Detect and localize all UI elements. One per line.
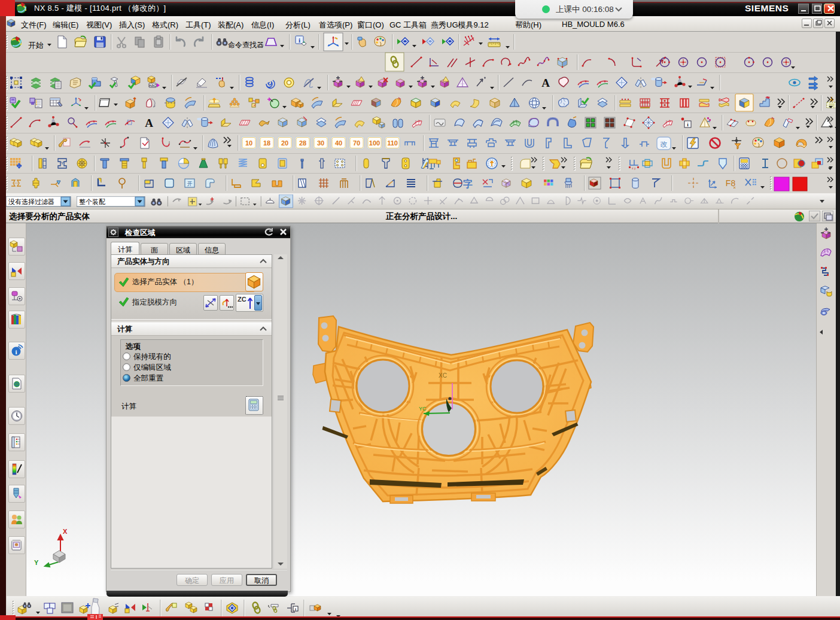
svg-text:X: X — [63, 528, 68, 535]
svg-text:70: 70 — [353, 139, 360, 147]
svg-text:110: 110 — [387, 139, 398, 147]
svg-text:整个装配: 整个装配 — [79, 198, 105, 205]
svg-text:改: 改 — [661, 140, 668, 148]
svg-text:开始: 开始 — [28, 41, 44, 50]
svg-text:i: i — [15, 348, 17, 355]
svg-text:x y: x y — [632, 166, 636, 170]
svg-text:字: 字 — [463, 178, 473, 189]
svg-text:A: A — [541, 77, 550, 89]
svg-text:ABC: ABC — [149, 84, 156, 87]
svg-text:18: 18 — [263, 139, 270, 147]
svg-text:10: 10 — [245, 139, 252, 147]
svg-text:i: i — [295, 607, 296, 612]
svg-text:20: 20 — [281, 139, 288, 147]
svg-text:28: 28 — [299, 139, 306, 147]
svg-text:100: 100 — [369, 139, 380, 147]
svg-text:YC: YC — [419, 406, 427, 412]
svg-text:Y: Y — [34, 559, 39, 566]
svg-text:Y: Y — [60, 160, 64, 166]
svg-text:i: i — [299, 37, 300, 44]
svg-text:开: 开 — [187, 181, 193, 187]
svg-text:命令查找器: 命令查找器 — [228, 41, 264, 49]
svg-text:40: 40 — [335, 139, 342, 147]
svg-text:F8: F8 — [726, 178, 736, 188]
svg-text:30: 30 — [317, 139, 324, 147]
svg-text:XC: XC — [439, 372, 447, 379]
svg-text:没有选择过滤器: 没有选择过滤器 — [8, 198, 54, 205]
svg-text:A: A — [145, 117, 153, 129]
